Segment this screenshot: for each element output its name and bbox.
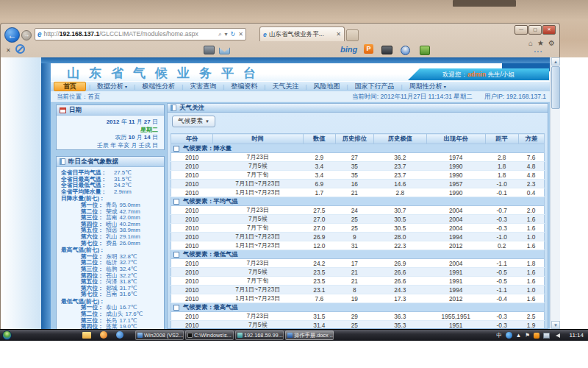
main-panel-header: 天气关注 bbox=[167, 103, 548, 113]
refresh-icon[interactable]: ↻ bbox=[231, 29, 236, 40]
rank-row: 第四位：蓬莱19.0℃ bbox=[61, 324, 161, 329]
station-name: 费县 bbox=[106, 241, 118, 247]
chevron-down-icon: ▾ bbox=[125, 85, 127, 89]
table-cell: 1.6 bbox=[518, 224, 544, 233]
collapse-toggle-icon[interactable] bbox=[173, 199, 179, 205]
forward-button[interactable]: → bbox=[21, 30, 32, 40]
table-cell: 30.5 bbox=[373, 215, 426, 224]
volume-icon[interactable] bbox=[553, 333, 560, 338]
collapse-toggle-icon[interactable] bbox=[173, 252, 179, 258]
security-alert-icon[interactable] bbox=[534, 333, 539, 339]
table-cell: 17 bbox=[335, 259, 373, 268]
explorer-folder-icon[interactable] bbox=[82, 332, 91, 339]
climate-element-filter-button[interactable]: 气候要素 ▼ bbox=[172, 116, 215, 127]
messenger-addon-icon[interactable] bbox=[401, 46, 410, 55]
station-name: 莒南 bbox=[106, 291, 118, 298]
collapse-toggle-icon[interactable] bbox=[173, 146, 179, 152]
table-cell: 2010 bbox=[171, 180, 213, 188]
nav-item-1[interactable]: 数据分析▾ bbox=[90, 82, 134, 91]
taskbar-button[interactable]: 192.168.59.99... bbox=[235, 330, 284, 340]
table-cell: 2012 bbox=[426, 294, 485, 303]
table-cell: 29 bbox=[335, 312, 373, 321]
nav-item-0[interactable]: 首页 bbox=[54, 82, 86, 91]
community-addon-icon[interactable] bbox=[420, 46, 430, 55]
camera-addon-icon[interactable] bbox=[204, 46, 215, 54]
table-cell: 7月23日 bbox=[212, 206, 303, 215]
search-icon[interactable]: ⌕ bbox=[218, 29, 221, 40]
table-row: 20107月5候23.52126.61991-0.51.6 bbox=[171, 268, 545, 277]
favorites-star-icon[interactable]: ★ bbox=[537, 39, 544, 47]
start-button[interactable] bbox=[2, 330, 12, 340]
table-row: 20107月5候27.02530.52004-0.31.6 bbox=[171, 215, 545, 224]
tools-gear-icon[interactable]: ⚙ bbox=[548, 39, 555, 47]
rank-label: 第七位： bbox=[61, 241, 104, 247]
tab-close-icon[interactable]: ✕ bbox=[336, 31, 341, 38]
welcome-suffix: 先生/小姐 bbox=[486, 71, 514, 78]
collapse-toggle-icon[interactable] bbox=[173, 305, 179, 311]
scrollbar-thumb[interactable] bbox=[551, 66, 560, 109]
addon-bar-close-icon[interactable]: ✕ bbox=[6, 47, 11, 54]
table-cell: 7.6 bbox=[303, 294, 335, 303]
show-hidden-icons-button[interactable]: ▲ bbox=[516, 332, 521, 339]
table-cell: -0.7 bbox=[485, 206, 518, 215]
network-globe-icon[interactable] bbox=[506, 332, 512, 339]
nav-item-6[interactable]: 风险地图 bbox=[306, 82, 346, 91]
blocked-content-icon[interactable] bbox=[15, 44, 25, 54]
chevron-down-icon[interactable]: ▾ bbox=[225, 29, 228, 40]
table-cell: 2012 bbox=[426, 241, 485, 250]
nav-item-4[interactable]: 整编资料 bbox=[224, 82, 264, 91]
table-cell: 12.0 bbox=[303, 241, 335, 250]
action-center-flag-icon[interactable]: ⚑ bbox=[525, 332, 530, 339]
close-button[interactable]: ✕ bbox=[542, 25, 556, 35]
page-title: 山东省气候业务平台 bbox=[67, 65, 265, 82]
browser-tab[interactable]: e 山东省气候业务平... ✕ bbox=[259, 26, 345, 41]
table-cell: 28.0 bbox=[373, 233, 426, 241]
table-cell: 2010 bbox=[171, 312, 213, 321]
table-cell: -0.3 bbox=[485, 215, 518, 224]
table-cell: 2.9 bbox=[303, 153, 335, 162]
stop-icon[interactable]: ✕ bbox=[238, 29, 243, 40]
taskbar-button[interactable]: Win2008 (VS2... bbox=[135, 330, 184, 340]
table-cell: 25 bbox=[335, 224, 373, 233]
maximize-button[interactable]: ▢ bbox=[528, 25, 542, 35]
back-button[interactable]: ← bbox=[4, 27, 20, 43]
url-text: http://192.168.137.1/GLCCLIMATE/modules/… bbox=[44, 29, 198, 40]
nav-item-7[interactable]: 国家下行产品 bbox=[348, 82, 401, 91]
minimize-button[interactable]: — bbox=[514, 25, 528, 35]
table-cell: 1955,1951 bbox=[426, 312, 485, 321]
table-cell: 1月1日~7月23日 bbox=[212, 188, 303, 197]
vertical-scrollbar[interactable]: ▲ ▼ bbox=[550, 57, 560, 329]
bing-badge-icon[interactable]: P bbox=[364, 44, 373, 54]
column-header: 历史极值 bbox=[373, 134, 426, 144]
ime-indicator[interactable]: 中 bbox=[496, 332, 502, 339]
home-icon[interactable]: ⌂ bbox=[528, 39, 533, 47]
snapshot-addon-icon[interactable] bbox=[381, 46, 392, 54]
taskbar-clock[interactable]: 11:14 bbox=[570, 332, 584, 339]
station-value: 19.0℃ bbox=[120, 324, 137, 329]
scroll-down-arrow-icon[interactable]: ▼ bbox=[551, 321, 560, 329]
media-player-icon[interactable] bbox=[100, 331, 107, 339]
table-cell: 23.7 bbox=[373, 162, 426, 171]
scroll-up-arrow-icon[interactable]: ▲ bbox=[551, 57, 560, 66]
nav-item-3[interactable]: 灾害查询 bbox=[183, 82, 223, 91]
bing-logo[interactable]: bing bbox=[340, 45, 357, 54]
mail-addon-icon[interactable] bbox=[219, 46, 230, 54]
nav-item-5[interactable]: 天气关注 bbox=[265, 82, 305, 91]
table-cell: 3.4 bbox=[303, 162, 335, 171]
nav-item-8[interactable]: 周期性分析▾ bbox=[403, 82, 453, 91]
browser-window: — ▢ ✕ ← → e http://192.168.137.1/GLCCLIM… bbox=[0, 23, 560, 57]
taskbar-button[interactable]: C:\Windows\s... bbox=[185, 330, 234, 340]
taskbar-button[interactable]: 操作手册.docx ... bbox=[285, 330, 334, 340]
nav-item-2[interactable]: 极端性分析 bbox=[135, 82, 182, 91]
table-cell: -1.1 bbox=[485, 286, 518, 294]
taskbar-button-label: C:\Windows\s... bbox=[194, 332, 232, 339]
network-status-icon[interactable] bbox=[543, 333, 550, 339]
table-cell: 23.7 bbox=[373, 171, 426, 180]
status-line: 当前时间: 2012年11月27日 11:14:31 星期二 用户IP: 192… bbox=[352, 93, 546, 102]
browser-icon[interactable] bbox=[116, 331, 123, 339]
address-bar[interactable]: e http://192.168.137.1/GLCCLIMATE/module… bbox=[35, 28, 246, 40]
table-cell: 1991 bbox=[426, 277, 485, 286]
more-addons-icon[interactable]: ••• bbox=[534, 49, 543, 54]
new-tab-button[interactable] bbox=[346, 29, 359, 41]
table-cell: 1990 bbox=[426, 171, 485, 180]
